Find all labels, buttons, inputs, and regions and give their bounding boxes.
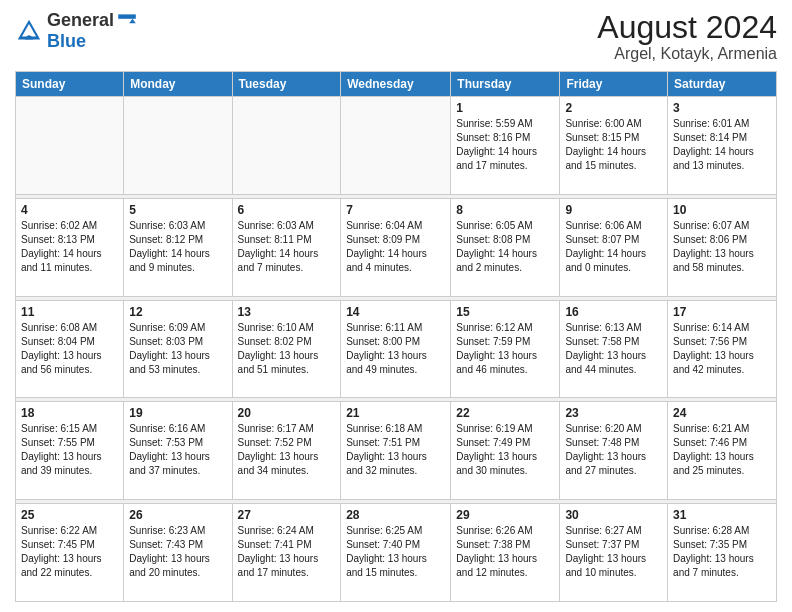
day-info: Sunrise: 6:17 AM Sunset: 7:52 PM Dayligh… xyxy=(238,422,336,478)
day-info: Sunrise: 6:27 AM Sunset: 7:37 PM Dayligh… xyxy=(565,524,662,580)
day-number: 7 xyxy=(346,203,445,217)
day-number: 31 xyxy=(673,508,771,522)
day-info: Sunrise: 6:18 AM Sunset: 7:51 PM Dayligh… xyxy=(346,422,445,478)
day-number: 5 xyxy=(129,203,226,217)
title-block: August 2024 Argel, Kotayk, Armenia xyxy=(597,10,777,63)
day-number: 28 xyxy=(346,508,445,522)
day-info: Sunrise: 5:59 AM Sunset: 8:16 PM Dayligh… xyxy=(456,117,554,173)
calendar-cell: 26Sunrise: 6:23 AM Sunset: 7:43 PM Dayli… xyxy=(124,504,232,602)
calendar-cell: 10Sunrise: 6:07 AM Sunset: 8:06 PM Dayli… xyxy=(668,198,777,296)
weekday-header-monday: Monday xyxy=(124,72,232,97)
calendar-week-row: 4Sunrise: 6:02 AM Sunset: 8:13 PM Daylig… xyxy=(16,198,777,296)
day-info: Sunrise: 6:09 AM Sunset: 8:03 PM Dayligh… xyxy=(129,321,226,377)
header: General Blue August 2024 Argel, Kotayk, … xyxy=(15,10,777,63)
calendar-cell: 30Sunrise: 6:27 AM Sunset: 7:37 PM Dayli… xyxy=(560,504,668,602)
weekday-header-tuesday: Tuesday xyxy=(232,72,341,97)
day-number: 20 xyxy=(238,406,336,420)
calendar-cell: 11Sunrise: 6:08 AM Sunset: 8:04 PM Dayli… xyxy=(16,300,124,398)
calendar-cell: 6Sunrise: 6:03 AM Sunset: 8:11 PM Daylig… xyxy=(232,198,341,296)
calendar-cell: 17Sunrise: 6:14 AM Sunset: 7:56 PM Dayli… xyxy=(668,300,777,398)
calendar-cell: 4Sunrise: 6:02 AM Sunset: 8:13 PM Daylig… xyxy=(16,198,124,296)
calendar-cell: 8Sunrise: 6:05 AM Sunset: 8:08 PM Daylig… xyxy=(451,198,560,296)
day-number: 11 xyxy=(21,305,118,319)
weekday-header-friday: Friday xyxy=(560,72,668,97)
day-number: 1 xyxy=(456,101,554,115)
day-info: Sunrise: 6:13 AM Sunset: 7:58 PM Dayligh… xyxy=(565,321,662,377)
day-number: 26 xyxy=(129,508,226,522)
day-number: 23 xyxy=(565,406,662,420)
day-info: Sunrise: 6:11 AM Sunset: 8:00 PM Dayligh… xyxy=(346,321,445,377)
day-info: Sunrise: 6:02 AM Sunset: 8:13 PM Dayligh… xyxy=(21,219,118,275)
logo-text-block: General Blue xyxy=(47,10,138,52)
svg-rect-3 xyxy=(118,14,136,18)
day-number: 30 xyxy=(565,508,662,522)
day-info: Sunrise: 6:22 AM Sunset: 7:45 PM Dayligh… xyxy=(21,524,118,580)
day-info: Sunrise: 6:23 AM Sunset: 7:43 PM Dayligh… xyxy=(129,524,226,580)
calendar-cell: 24Sunrise: 6:21 AM Sunset: 7:46 PM Dayli… xyxy=(668,402,777,500)
calendar-cell: 25Sunrise: 6:22 AM Sunset: 7:45 PM Dayli… xyxy=(16,504,124,602)
day-info: Sunrise: 6:03 AM Sunset: 8:12 PM Dayligh… xyxy=(129,219,226,275)
weekday-header-saturday: Saturday xyxy=(668,72,777,97)
day-number: 18 xyxy=(21,406,118,420)
day-number: 14 xyxy=(346,305,445,319)
calendar-cell: 22Sunrise: 6:19 AM Sunset: 7:49 PM Dayli… xyxy=(451,402,560,500)
calendar-cell: 3Sunrise: 6:01 AM Sunset: 8:14 PM Daylig… xyxy=(668,97,777,195)
day-number: 21 xyxy=(346,406,445,420)
day-number: 2 xyxy=(565,101,662,115)
day-info: Sunrise: 6:24 AM Sunset: 7:41 PM Dayligh… xyxy=(238,524,336,580)
day-info: Sunrise: 6:04 AM Sunset: 8:09 PM Dayligh… xyxy=(346,219,445,275)
day-info: Sunrise: 6:06 AM Sunset: 8:07 PM Dayligh… xyxy=(565,219,662,275)
day-info: Sunrise: 6:00 AM Sunset: 8:15 PM Dayligh… xyxy=(565,117,662,173)
day-number: 10 xyxy=(673,203,771,217)
logo-general: General xyxy=(47,10,138,32)
calendar-cell: 19Sunrise: 6:16 AM Sunset: 7:53 PM Dayli… xyxy=(124,402,232,500)
day-info: Sunrise: 6:15 AM Sunset: 7:55 PM Dayligh… xyxy=(21,422,118,478)
day-info: Sunrise: 6:19 AM Sunset: 7:49 PM Dayligh… xyxy=(456,422,554,478)
calendar-cell: 13Sunrise: 6:10 AM Sunset: 8:02 PM Dayli… xyxy=(232,300,341,398)
day-info: Sunrise: 6:26 AM Sunset: 7:38 PM Dayligh… xyxy=(456,524,554,580)
day-number: 29 xyxy=(456,508,554,522)
main-title: August 2024 xyxy=(597,10,777,45)
day-number: 13 xyxy=(238,305,336,319)
calendar-cell: 1Sunrise: 5:59 AM Sunset: 8:16 PM Daylig… xyxy=(451,97,560,195)
day-info: Sunrise: 6:07 AM Sunset: 8:06 PM Dayligh… xyxy=(673,219,771,275)
calendar-header-row: SundayMondayTuesdayWednesdayThursdayFrid… xyxy=(16,72,777,97)
calendar-cell: 31Sunrise: 6:28 AM Sunset: 7:35 PM Dayli… xyxy=(668,504,777,602)
day-number: 16 xyxy=(565,305,662,319)
calendar-cell: 21Sunrise: 6:18 AM Sunset: 7:51 PM Dayli… xyxy=(341,402,451,500)
day-info: Sunrise: 6:20 AM Sunset: 7:48 PM Dayligh… xyxy=(565,422,662,478)
day-number: 22 xyxy=(456,406,554,420)
calendar-cell: 7Sunrise: 6:04 AM Sunset: 8:09 PM Daylig… xyxy=(341,198,451,296)
day-info: Sunrise: 6:10 AM Sunset: 8:02 PM Dayligh… xyxy=(238,321,336,377)
calendar-cell: 14Sunrise: 6:11 AM Sunset: 8:00 PM Dayli… xyxy=(341,300,451,398)
logo-icon xyxy=(15,17,43,45)
day-number: 9 xyxy=(565,203,662,217)
day-info: Sunrise: 6:03 AM Sunset: 8:11 PM Dayligh… xyxy=(238,219,336,275)
calendar-cell xyxy=(16,97,124,195)
day-number: 25 xyxy=(21,508,118,522)
calendar-cell: 12Sunrise: 6:09 AM Sunset: 8:03 PM Dayli… xyxy=(124,300,232,398)
calendar-cell: 29Sunrise: 6:26 AM Sunset: 7:38 PM Dayli… xyxy=(451,504,560,602)
calendar-cell xyxy=(232,97,341,195)
day-info: Sunrise: 6:14 AM Sunset: 7:56 PM Dayligh… xyxy=(673,321,771,377)
calendar-cell: 16Sunrise: 6:13 AM Sunset: 7:58 PM Dayli… xyxy=(560,300,668,398)
weekday-header-wednesday: Wednesday xyxy=(341,72,451,97)
calendar-week-row: 1Sunrise: 5:59 AM Sunset: 8:16 PM Daylig… xyxy=(16,97,777,195)
calendar-cell: 18Sunrise: 6:15 AM Sunset: 7:55 PM Dayli… xyxy=(16,402,124,500)
logo: General Blue xyxy=(15,10,138,52)
day-info: Sunrise: 6:16 AM Sunset: 7:53 PM Dayligh… xyxy=(129,422,226,478)
day-number: 19 xyxy=(129,406,226,420)
weekday-header-thursday: Thursday xyxy=(451,72,560,97)
day-info: Sunrise: 6:21 AM Sunset: 7:46 PM Dayligh… xyxy=(673,422,771,478)
calendar-cell: 15Sunrise: 6:12 AM Sunset: 7:59 PM Dayli… xyxy=(451,300,560,398)
day-number: 27 xyxy=(238,508,336,522)
calendar-week-row: 18Sunrise: 6:15 AM Sunset: 7:55 PM Dayli… xyxy=(16,402,777,500)
day-number: 4 xyxy=(21,203,118,217)
calendar-cell xyxy=(341,97,451,195)
calendar-cell: 23Sunrise: 6:20 AM Sunset: 7:48 PM Dayli… xyxy=(560,402,668,500)
day-info: Sunrise: 6:01 AM Sunset: 8:14 PM Dayligh… xyxy=(673,117,771,173)
logo-flag-icon xyxy=(116,10,138,32)
day-number: 12 xyxy=(129,305,226,319)
calendar-table: SundayMondayTuesdayWednesdayThursdayFrid… xyxy=(15,71,777,602)
weekday-header-sunday: Sunday xyxy=(16,72,124,97)
